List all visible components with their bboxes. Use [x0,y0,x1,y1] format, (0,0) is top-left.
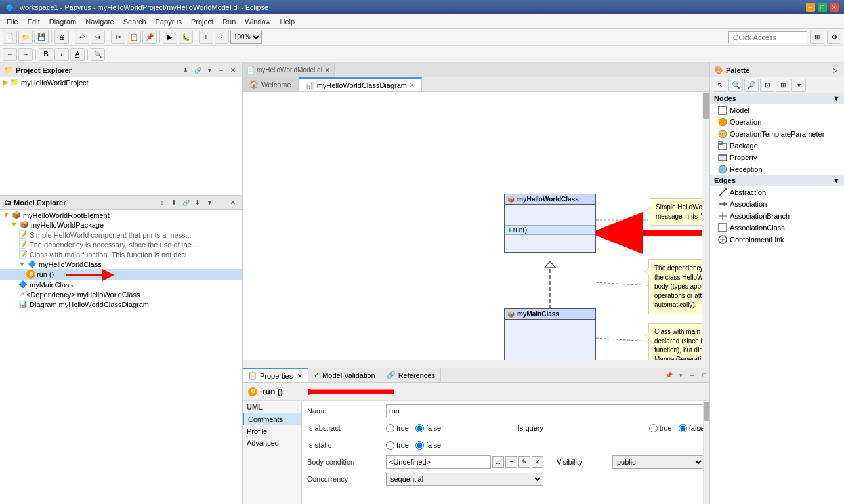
prop-bodycond-del[interactable]: ✕ [532,456,543,468]
tb-copy[interactable]: 📋 [127,31,141,44]
palette-section-edges[interactable]: Edges ▼ [710,175,844,186]
model-tree-item-helloclass[interactable]: ▼ 🔷 myHelloWorldClass [0,259,242,269]
prop-static-false-label[interactable]: false [415,441,441,450]
pe-minimize-btn[interactable]: ─ [216,65,226,75]
model-tree-item-comment1[interactable]: 📝 Simple HelloWorld component that print… [0,230,242,240]
tb-new[interactable]: 📄 [3,31,17,44]
props-vscroll-thumb[interactable] [704,402,709,421]
menu-navigate[interactable]: Navigate [81,16,117,27]
props-sidebar-comments[interactable]: Comments [243,413,301,425]
diagram-vscroll-thumb[interactable] [703,93,709,119]
props-sidebar-profile[interactable]: Profile [243,425,301,437]
me-filter-btn[interactable]: ⬇ [169,198,179,208]
props-tab-properties[interactable]: 📋 Properties ✕ [243,368,308,382]
uml-class-main[interactable]: 📦 myMainClass [504,308,596,368]
tb-debug[interactable]: 🐛 [179,31,193,44]
pe-close-btn[interactable]: ✕ [228,65,238,75]
prop-select-visibility[interactable]: public private protected package [612,455,704,469]
palette-item-package[interactable]: Package [710,140,844,152]
project-tree-root[interactable]: ▶ 📁 myHelloWorldProject [0,77,242,87]
me-minimize-btn[interactable]: ─ [216,198,226,208]
uml-method-run[interactable]: + run() [505,225,595,235]
palette-item-abstraction[interactable]: Abstraction [710,186,844,198]
props-sidebar-advanced[interactable]: Advanced [243,437,301,449]
tb-paste[interactable]: 📌 [142,31,157,44]
prop-query-true-label[interactable]: true [649,424,672,432]
palette-section-nodes[interactable]: Nodes ▼ [710,93,844,104]
prop-select-concurrency[interactable]: sequential guarded concurrent [386,472,543,486]
menu-diagram[interactable]: Diagram [45,16,81,27]
tb-redo[interactable]: ↪ [91,31,105,44]
tb-undo[interactable]: ↩ [75,31,89,44]
model-tree-item-package[interactable]: ▼ 📦 myHelloWorldPackage [0,220,242,230]
model-tree-item-root[interactable]: ▼ 📦 myHelloWorldRootElement [0,210,242,220]
diagram-hscroll[interactable] [243,360,709,368]
tb-settings[interactable]: ⚙ [827,31,841,44]
pe-menu-btn[interactable]: ▾ [204,65,215,75]
diagram-area[interactable]: 📦 myHelloWorldClass + run() 📦 myMainClas… [243,92,709,368]
tb2-underline[interactable]: A [70,48,85,61]
prop-bodycond-edit[interactable]: ✎ [518,456,530,468]
props-tab-properties-close[interactable]: ✕ [297,373,303,379]
file-tab[interactable]: 📄 myHelloWorldModel.di ✕ [243,63,335,77]
pe-link-btn[interactable]: 🔗 [192,65,203,75]
palette-arrow[interactable]: ↖ [713,79,727,92]
menu-help[interactable]: Help [276,16,299,27]
tb2-back[interactable]: ← [3,48,17,61]
palette-item-model[interactable]: Model [710,104,844,116]
prop-input-bodycond[interactable] [386,455,491,469]
menu-run[interactable]: Run [219,16,240,27]
props-tab-validation[interactable]: ✓ Model Validation [308,368,381,382]
tab-diagram[interactable]: 📊 myHelloWorldClassDiagram ✕ [299,77,422,91]
tb2-italic[interactable]: I [54,48,69,61]
palette-item-reception[interactable]: Reception [710,163,844,175]
palette-item-operationtemplate[interactable]: OperationTemplateParameter [710,128,844,140]
model-tree-item-comment2[interactable]: 📝 The dependency is necessary, since the… [0,240,242,249]
palette-item-property[interactable]: Property [710,152,844,163]
palette-item-associationbranch[interactable]: AssociationBranch [710,210,844,222]
close-button[interactable]: ✕ [830,3,839,12]
pe-collapse-btn[interactable]: ⬇ [180,65,191,75]
tb-perspectives[interactable]: ⊞ [810,31,824,44]
palette-grid[interactable]: ⊞ [776,79,790,92]
palette-item-operation[interactable]: Operation [710,116,844,128]
palette-zoom-out[interactable]: 🔎 [744,79,759,92]
tb2-search[interactable]: 🔍 [91,48,105,61]
tb-zoom-out[interactable]: - [215,31,229,44]
tb-print[interactable]: 🖨 [54,31,69,44]
prop-static-false[interactable] [415,441,424,450]
model-tree-item-dependency[interactable]: ↗ <Dependency> myHelloWorldClass [0,289,242,299]
prop-query-false[interactable] [679,424,687,432]
prop-bodycond-add[interactable]: + [505,456,517,468]
prop-abstract-false[interactable] [415,424,424,432]
me-link-btn[interactable]: 🔗 [180,198,191,208]
model-tree-item-mainclass[interactable]: 🔷 myMainClass [0,280,242,289]
model-tree-item-comment3[interactable]: 📝 Class with main function. This functio… [0,249,242,259]
prop-query-false-label[interactable]: false [679,424,704,432]
prop-abstract-true-label[interactable]: true [386,424,409,432]
tab-welcome[interactable]: 🏠 Welcome [243,77,299,91]
model-tree-item-run[interactable]: ⚙ run () [0,269,242,280]
me-sort-btn[interactable]: ↕ [157,198,167,208]
tb2-bold[interactable]: B [39,48,53,61]
tb-open[interactable]: 📁 [18,31,33,44]
props-tab-references[interactable]: 🔗 References [381,368,441,382]
palette-item-association[interactable]: Association [710,198,844,210]
props-menu-btn[interactable]: ▾ [675,370,686,381]
tb-cut[interactable]: ✂ [111,31,125,44]
menu-project[interactable]: Project [187,16,217,27]
prop-abstract-false-label[interactable]: false [415,424,441,432]
props-pin-btn[interactable]: 📌 [664,370,674,381]
model-tree-item-diagram[interactable]: 📊 Diagram myHelloWorldClassDiagram [0,299,242,309]
palette-settings[interactable]: ▾ [791,79,806,92]
prop-query-true[interactable] [649,424,658,432]
tb-zoom-in[interactable]: + [199,31,213,44]
menu-file[interactable]: File [3,16,22,27]
palette-item-containmentlink[interactable]: ContainmentLink [710,234,844,245]
prop-abstract-true[interactable] [386,424,394,432]
minimize-button[interactable]: ─ [806,3,815,12]
menu-edit[interactable]: Edit [24,16,44,27]
tb-run[interactable]: ▶ [163,31,177,44]
palette-item-associationclass[interactable]: AssociationClass [710,222,844,234]
diagram-vscroll[interactable] [702,92,709,360]
